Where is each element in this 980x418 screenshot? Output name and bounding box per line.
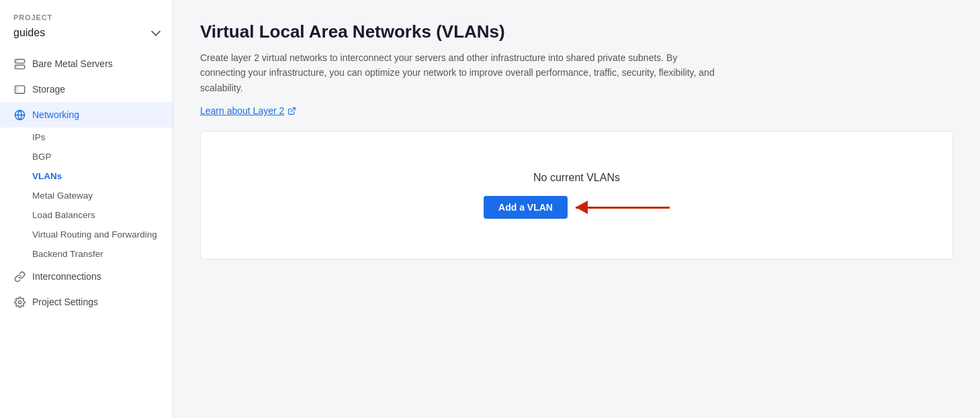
learn-about-layer2-link[interactable]: Learn about Layer 2: [200, 105, 296, 116]
sidebar-sub-item-backend-transfer[interactable]: Backend Transfer: [0, 244, 173, 264]
sidebar-item-label: Networking: [32, 109, 79, 120]
interconnect-icon: [13, 270, 26, 282]
sidebar-sub-label: VLANs: [32, 171, 62, 181]
project-label: PROJECT: [0, 13, 173, 24]
external-link-icon: [287, 107, 296, 115]
svg-rect-4: [15, 85, 24, 93]
sidebar-item-label: Interconnections: [32, 271, 101, 282]
servers-icon: [13, 58, 26, 70]
arrow-line: [576, 207, 670, 209]
sidebar-sub-label: IPs: [32, 132, 46, 142]
sidebar-sub-item-bgp[interactable]: BGP: [0, 147, 173, 166]
empty-state-box: No current VLANs Add a VLAN: [200, 131, 953, 260]
sidebar-sub-label: Virtual Routing and Forwarding: [32, 229, 157, 240]
sidebar-sub-item-load-balancers[interactable]: Load Balancers: [0, 205, 173, 225]
sidebar-item-interconnections[interactable]: Interconnections: [0, 264, 173, 289]
sidebar-item-networking[interactable]: Networking: [0, 102, 173, 127]
sidebar-sub-label: BGP: [32, 152, 52, 162]
svg-point-7: [18, 301, 21, 303]
sidebar-item-bare-metal-servers[interactable]: Bare Metal Servers: [0, 51, 173, 76]
empty-state-text: No current VLANs: [533, 172, 620, 184]
project-name: guides: [13, 27, 45, 39]
sidebar-sub-item-vrf[interactable]: Virtual Routing and Forwarding: [0, 225, 173, 244]
sidebar-sub-label: Metal Gateway: [32, 191, 93, 201]
btn-arrow-row: Add a VLAN: [484, 196, 670, 219]
sidebar-sub-item-ips[interactable]: IPs: [0, 127, 173, 147]
svg-rect-0: [15, 59, 24, 63]
network-icon: [13, 109, 26, 121]
sidebar: PROJECT guides Bare Metal Servers Storag…: [0, 0, 173, 418]
page-title: Virtual Local Area Networks (VLANs): [200, 21, 953, 42]
sidebar-sub-item-vlans[interactable]: VLANs: [0, 166, 173, 186]
svg-rect-1: [15, 64, 24, 68]
sidebar-item-storage[interactable]: Storage: [0, 76, 173, 102]
settings-icon: [13, 296, 26, 308]
learn-link-label: Learn about Layer 2: [200, 105, 284, 116]
sidebar-sub-label: Backend Transfer: [32, 249, 103, 259]
sidebar-item-label: Bare Metal Servers: [32, 58, 113, 69]
sidebar-item-label: Storage: [32, 84, 65, 95]
sidebar-sub-item-metal-gateway[interactable]: Metal Gateway: [0, 186, 173, 205]
sidebar-sub-label: Load Balancers: [32, 210, 95, 220]
svg-line-8: [292, 107, 296, 111]
chevron-down-icon: [151, 27, 161, 36]
sidebar-item-project-settings[interactable]: Project Settings: [0, 289, 173, 315]
storage-icon: [13, 83, 26, 95]
main-content: Virtual Local Area Networks (VLANs) Crea…: [173, 0, 980, 418]
page-description: Create layer 2 virtual networks to inter…: [200, 50, 724, 95]
sidebar-item-label: Project Settings: [32, 297, 98, 307]
project-selector[interactable]: guides: [0, 24, 173, 51]
add-vlan-button[interactable]: Add a VLAN: [484, 196, 568, 219]
annotation-arrow: [576, 201, 670, 214]
